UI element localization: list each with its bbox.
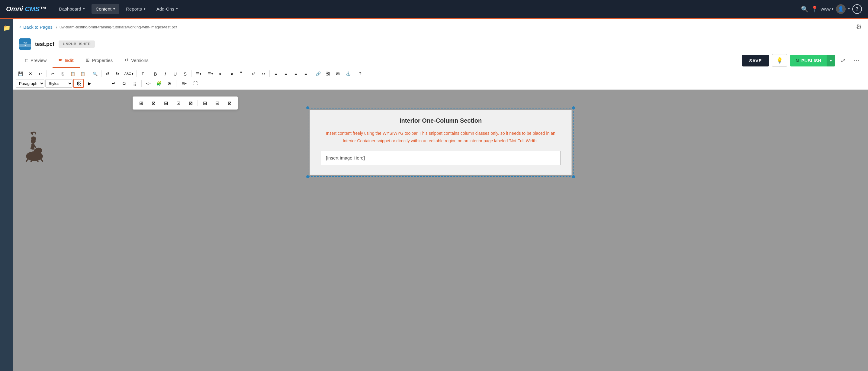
tb-align-justify-btn[interactable]: ≡ xyxy=(301,69,310,78)
tb-hr-btn[interactable]: — xyxy=(98,79,108,88)
back-to-pages-link[interactable]: Back to Pages xyxy=(23,25,53,30)
ft-merge-btn[interactable]: ⊞ xyxy=(160,98,172,108)
unpublished-badge: UNPUBLISHED xyxy=(59,40,95,48)
chevron-down-icon: ▾ xyxy=(83,7,85,11)
tb-paste-btn[interactable]: 📋 xyxy=(68,69,78,78)
tb-nonbreaking-btn[interactable]: ⣿ xyxy=(130,79,140,88)
tb-separator xyxy=(141,80,142,87)
tb-subscript-btn[interactable]: x₂ xyxy=(258,69,268,78)
ft-split-btn[interactable]: ⊡ xyxy=(172,98,184,108)
tb-paste-text-btn[interactable]: 📋 xyxy=(78,69,88,78)
insert-image-area[interactable]: [Insert Image Here] xyxy=(321,151,561,165)
tb-separator xyxy=(46,70,47,77)
tab-versions[interactable]: ↺ Versions xyxy=(119,53,155,68)
ft-row-btn[interactable]: ⊞ xyxy=(199,98,211,108)
tab-preview[interactable]: □ Preview xyxy=(19,54,53,68)
www-selector[interactable]: www ▾ xyxy=(821,6,834,11)
tb-undo-btn[interactable]: ↩ xyxy=(36,69,45,78)
ft-props-btn[interactable]: ⊠ xyxy=(223,98,236,108)
tb-save-btn[interactable]: 💾 xyxy=(16,69,25,78)
lightbulb-button[interactable]: 💡 xyxy=(772,54,787,67)
tb-fullscreen-btn[interactable]: ⛶ xyxy=(191,79,200,88)
publish-dropdown-arrow[interactable]: ▾ xyxy=(827,55,835,66)
file-bar: PCF ✦ test.pcf UNPUBLISHED xyxy=(13,35,868,53)
tb-separator xyxy=(247,70,247,77)
expand-button[interactable]: ⤢ xyxy=(838,54,848,66)
tb-snippet-btn[interactable]: 🧩 xyxy=(154,79,164,88)
tb-link-btn[interactable]: 🔗 xyxy=(313,69,323,78)
user-avatar[interactable]: 👤 xyxy=(836,4,846,14)
tb-italic-btn[interactable]: I xyxy=(160,69,170,78)
toolbar-row-1: 💾 ✕ ↩ ✂ ⎘ 📋 📋 🔍 ↺ ↻ ABC▾ T xyxy=(16,69,866,78)
tb-gadget-btn[interactable]: ⊗ xyxy=(164,79,174,88)
nav-item-addons[interactable]: Add-Ons ▾ xyxy=(152,4,182,14)
breadcrumb-path: /_uw-team-testing/omni-training-tutorial… xyxy=(56,25,177,29)
tb-align-center-btn[interactable]: ≡ xyxy=(281,69,290,78)
tb-image-btn[interactable]: 🖼 xyxy=(73,79,84,88)
tb-unlink-btn[interactable]: ⛓ xyxy=(323,69,333,78)
sidebar: 📁 xyxy=(0,19,13,371)
more-options-button[interactable]: ⋯ xyxy=(851,54,862,66)
tb-special-char-btn[interactable]: Ω xyxy=(119,79,129,88)
chevron-down-icon: ▾ xyxy=(144,7,146,11)
tb-close-btn[interactable]: ✕ xyxy=(26,69,35,78)
tb-indent-btn[interactable]: ⇥ xyxy=(226,69,236,78)
tb-underline-btn[interactable]: U xyxy=(170,69,180,78)
settings-icon[interactable]: ⚙ xyxy=(856,23,862,31)
tb-copy-btn[interactable]: ⎘ xyxy=(58,69,68,78)
editor-area: 💾 ✕ ↩ ✂ ⎘ 📋 📋 🔍 ↺ ↻ ABC▾ T xyxy=(13,68,868,371)
tb-source-btn[interactable]: <> xyxy=(144,79,153,88)
ft-delete-table-btn[interactable]: ⊠ xyxy=(147,98,159,108)
svg-line-8 xyxy=(37,159,38,162)
tb-br-btn[interactable]: ↵ xyxy=(109,79,118,88)
tb-align-right-btn[interactable]: ≡ xyxy=(291,69,301,78)
versions-icon: ↺ xyxy=(125,57,129,63)
tb-cut-btn[interactable]: ✂ xyxy=(48,69,58,78)
tb-outdent-btn[interactable]: ⇤ xyxy=(216,69,226,78)
tb-undo2-btn[interactable]: ↺ xyxy=(103,69,112,78)
tb-ol-btn[interactable]: ☰▾ xyxy=(205,69,216,78)
tb-anchor-btn[interactable]: ⚓ xyxy=(343,69,353,78)
tb-email-btn[interactable]: ✉ xyxy=(333,69,343,78)
tb-help-btn[interactable]: ? xyxy=(355,69,365,78)
tb-align-left-btn[interactable]: ≡ xyxy=(271,69,281,78)
publish-button-group: N PUBLISH ▾ xyxy=(790,55,835,66)
tb-format-btn[interactable]: T xyxy=(138,69,148,78)
nav-item-content[interactable]: Content ▾ xyxy=(92,4,120,14)
tb-search-replace-btn[interactable]: 🔍 xyxy=(90,69,100,78)
ft-separator xyxy=(197,100,198,106)
tb-spellcheck-btn[interactable]: ABC▾ xyxy=(123,69,135,78)
paragraph-select[interactable]: Paragraph xyxy=(16,79,44,88)
tb-blockquote-btn[interactable]: " xyxy=(236,69,246,78)
tab-properties[interactable]: ⊞ Properties xyxy=(80,53,119,68)
tb-media-btn[interactable]: ▶ xyxy=(85,79,94,88)
tab-edit[interactable]: ✏ Edit xyxy=(53,53,80,68)
tb-bold-btn[interactable]: B xyxy=(150,69,160,78)
help-button[interactable]: ? xyxy=(852,4,862,14)
chevron-down-icon: ▾ xyxy=(113,7,115,11)
floating-table-toolbar: ⊞ ⊠ ⊞ ⊡ ⊠ ⊞ ⊟ ⊠ xyxy=(132,96,238,110)
tb-table-btn[interactable]: ⊞▾ xyxy=(178,79,190,88)
tb-strikethrough-btn[interactable]: S xyxy=(180,69,190,78)
sidebar-folder-icon[interactable]: 📁 xyxy=(1,22,12,33)
publish-button[interactable]: N PUBLISH xyxy=(790,55,827,66)
location-icon[interactable]: 📍 xyxy=(811,5,818,13)
nav-item-reports[interactable]: Reports ▾ xyxy=(122,4,150,14)
back-chevron-icon: ‹ xyxy=(19,24,21,30)
styles-select[interactable]: Styles xyxy=(45,79,72,88)
tb-separator xyxy=(312,70,312,77)
content-wrapper: Interior One-Column Section Insert conte… xyxy=(308,108,574,177)
breadcrumb-bar: ‹ Back to Pages /_uw-team-testing/omni-t… xyxy=(13,19,868,35)
tb-superscript-btn[interactable]: x² xyxy=(249,69,258,78)
nav-item-dashboard[interactable]: Dashboard ▾ xyxy=(55,4,89,14)
ft-col-btn[interactable]: ⊟ xyxy=(211,98,223,108)
save-button[interactable]: SAVE xyxy=(742,55,769,66)
content-box[interactable]: Interior One-Column Section Insert conte… xyxy=(310,110,572,175)
editor-toolbar: 💾 ✕ ↩ ✂ ⎘ 📋 📋 🔍 ↺ ↻ ABC▾ T xyxy=(13,68,868,90)
ft-insert-table-btn[interactable]: ⊞ xyxy=(135,98,147,108)
search-icon[interactable]: 🔍 xyxy=(801,5,808,13)
ft-delete-cells-btn[interactable]: ⊠ xyxy=(185,98,196,108)
tb-ul-btn[interactable]: ☰▾ xyxy=(193,69,204,78)
toolbar-row-2: Paragraph Styles 🖼 ▶ — ↵ Ω ⣿ <> 🧩 xyxy=(16,79,866,88)
tb-redo-btn[interactable]: ↻ xyxy=(113,69,122,78)
